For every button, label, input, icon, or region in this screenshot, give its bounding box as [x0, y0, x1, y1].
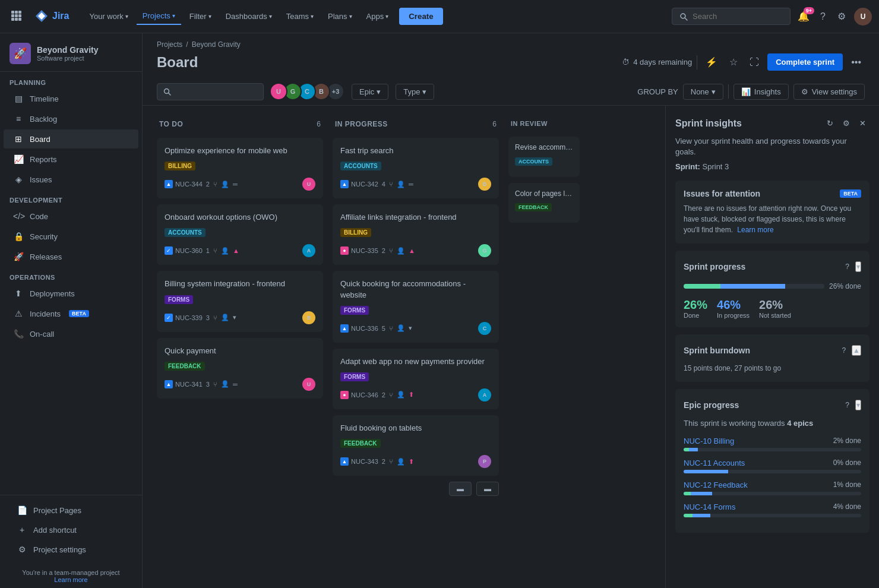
your-work-nav[interactable]: Your work ▾ [83, 8, 134, 24]
epic-accounts-link[interactable]: NUC-11 Accounts [684, 459, 745, 467]
sidebar-item-security[interactable]: 🔒 Security [4, 227, 138, 246]
epic-filter-button[interactable]: Epic ▾ [352, 84, 388, 100]
issues-attention-text: There are no issues for attention right … [684, 203, 861, 235]
teams-nav[interactable]: Teams ▾ [280, 8, 320, 24]
card-nuc339[interactable]: Billing system integration - frontend FO… [157, 271, 323, 331]
dashboards-nav[interactable]: Dashboards ▾ [220, 8, 278, 24]
card-nuc335-footer: ● NUC-335 2 ⑂ 👤 ▲ G [340, 244, 491, 257]
scroll-btn-2[interactable]: ▬ [476, 482, 499, 496]
notifications-button[interactable]: 🔔 9+ [795, 8, 812, 24]
card-nuc344-tag: BILLING [165, 162, 195, 170]
breadcrumb-project[interactable]: Beyond Gravity [192, 40, 241, 49]
stat-notstarted-label: Not started [759, 312, 791, 319]
sidebar-item-code[interactable]: </> Code [4, 207, 138, 226]
svg-line-12 [169, 93, 171, 95]
more-options-button[interactable]: ••• [848, 55, 865, 70]
board-search[interactable] [157, 83, 264, 100]
sidebar-item-project-pages[interactable]: 📄 Project Pages [7, 501, 135, 520]
projects-nav[interactable]: Projects ▾ [137, 8, 181, 25]
card-inreview-2[interactable]: Color of pages lo... FEEDBACK [508, 183, 580, 223]
sidebar-footer-link[interactable]: Learn more [54, 576, 87, 583]
epic-accounts: NUC-11 Accounts 0% done [684, 459, 861, 473]
card-nuc335[interactable]: Affiliate links integration - frontend B… [333, 204, 499, 265]
epic-forms-link[interactable]: NUC-14 Forms [684, 502, 735, 511]
star-button[interactable]: ☆ [726, 54, 741, 70]
sidebar-item-backlog[interactable]: ≡ Backlog [4, 109, 138, 128]
burndown-help[interactable]: ? [838, 343, 849, 358]
card-nuc341[interactable]: Quick payment FEEDBACK ▲ NUC-341 3 ⑂ 👤 ═ [157, 338, 323, 399]
avatar-filter-1[interactable]: U [270, 83, 287, 100]
sidebar-item-oncall[interactable]: 📞 On-call [4, 324, 138, 343]
sprint-progress-collapse[interactable]: ▾ [855, 261, 861, 272]
stat-done-value: 26% [684, 298, 707, 312]
jira-logo[interactable]: Jira [27, 0, 76, 33]
help-button[interactable]: ? [817, 8, 829, 26]
sidebar-project-header[interactable]: 🚀 Beyond Gravity Software project [0, 33, 142, 72]
complete-sprint-button[interactable]: Complete sprint [767, 53, 843, 71]
sprint-progress-section: Sprint progress ? ▾ 26% done [675, 251, 869, 327]
person-icon: 👤 [221, 181, 229, 188]
stat-inprogress-label: In progress [717, 312, 750, 319]
card-nuc341-footer: ▲ NUC-341 3 ⑂ 👤 ═ U [165, 378, 315, 391]
breadcrumb-projects[interactable]: Projects [157, 40, 182, 49]
header-actions: ⏱ 4 days remaining ⚡ ☆ ⛶ Complete sprint… [622, 53, 865, 71]
view-settings-button[interactable]: ⚙ View settings [793, 84, 865, 100]
search-input[interactable] [693, 12, 776, 21]
apps-nav[interactable]: Apps ▾ [361, 8, 395, 24]
settings-button[interactable]: ⚙ [834, 7, 849, 26]
inreview-card1-title: Revise accommodation booking [515, 143, 573, 153]
story-icon-2: ▲ [165, 380, 173, 388]
sidebar-item-deployments[interactable]: ⬆ Deployments [4, 284, 138, 303]
type-filter-button[interactable]: Type ▾ [396, 84, 434, 100]
epic-feedback-link[interactable]: NUC-12 Feedback [684, 480, 748, 489]
card-nuc343[interactable]: Fluid booking on tablets FEEDBACK ▲ NUC-… [333, 415, 499, 476]
card-nuc336[interactable]: Quick booking for accommodations - websi… [333, 271, 499, 342]
issues-learn-more-link[interactable]: Learn more [737, 226, 773, 234]
card-nuc344-id: ▲ NUC-344 [165, 180, 203, 188]
sidebar-item-issues[interactable]: ◈ Issues [4, 170, 138, 189]
plans-nav[interactable]: Plans ▾ [322, 8, 358, 24]
epic-collapse[interactable]: ▾ [855, 400, 861, 410]
sidebar-item-project-settings[interactable]: ⚙ Project settings [7, 540, 135, 559]
scroll-btn-1[interactable]: ▬ [449, 482, 472, 496]
sidebar-item-incidents[interactable]: ⚠ Incidents BETA [4, 304, 138, 323]
pb-notstarted [785, 284, 822, 289]
grid-menu-button[interactable] [7, 7, 25, 27]
filter-nav[interactable]: Filter ▾ [184, 8, 217, 24]
column-inprogress-count: 6 [492, 120, 497, 128]
sidebar-item-add-shortcut[interactable]: + Add shortcut [7, 520, 135, 539]
board-toolbar: U G C B +3 Epic ▾ Type ▾ GROUP BY None ▾ [143, 78, 879, 106]
svg-rect-0 [11, 11, 14, 14]
card-nuc342[interactable]: Fast trip search ACCOUNTS ▲ NUC-342 4 ⑂ … [333, 138, 499, 198]
panel-settings-button[interactable]: ⚙ [839, 115, 853, 131]
insights-button[interactable]: 📊 Insights [733, 84, 789, 100]
sidebar-item-board[interactable]: ⊞ Board [4, 129, 138, 148]
search-bar[interactable] [672, 8, 791, 25]
epic-forms: NUC-14 Forms 4% done [684, 502, 861, 517]
card-inreview-1[interactable]: Revise accommodation booking ACCOUNTS [508, 137, 580, 177]
epic-feedback-pct: 1% done [833, 480, 861, 489]
user-avatar[interactable]: U [854, 8, 872, 26]
panel-refresh-button[interactable]: ↻ [823, 115, 837, 131]
toolbar-right: GROUP BY None ▾ 📊 Insights ⚙ View settin… [637, 84, 865, 100]
column-inprogress-header: IN PROGRESS 6 [333, 115, 499, 133]
sprint-progress-help[interactable]: ? [842, 259, 853, 274]
board-search-icon [163, 88, 171, 96]
expand-button[interactable]: ⛶ [746, 55, 763, 70]
panel-close-button[interactable]: ✕ [856, 115, 869, 131]
sidebar-item-timeline[interactable]: ▤ Timeline [4, 89, 138, 108]
card-nuc344[interactable]: Optimize experience for mobile web BILLI… [157, 138, 323, 198]
sidebar-item-reports[interactable]: 📈 Reports [4, 150, 138, 169]
burndown-collapse[interactable]: ▲ [852, 345, 861, 356]
epic-billing-link[interactable]: NUC-10 Billing [684, 437, 734, 445]
card-nuc360[interactable]: Onboard workout options (OWO) ACCOUNTS ✓… [157, 204, 323, 265]
group-by-none-button[interactable]: None ▾ [683, 84, 723, 100]
lightning-button[interactable]: ⚡ [702, 54, 721, 70]
board-search-input[interactable] [175, 87, 252, 96]
sidebar-item-releases[interactable]: 🚀 Releases [4, 247, 138, 266]
card-nuc342-footer: ▲ NUC-342 4 ⑂ 👤 ═ B [340, 178, 491, 191]
epic-help[interactable]: ? [842, 397, 853, 413]
operations-section-label: OPERATIONS [0, 267, 142, 283]
card-nuc346[interactable]: Adapt web app no new payments provider F… [333, 349, 499, 409]
create-button[interactable]: Create [399, 8, 443, 25]
